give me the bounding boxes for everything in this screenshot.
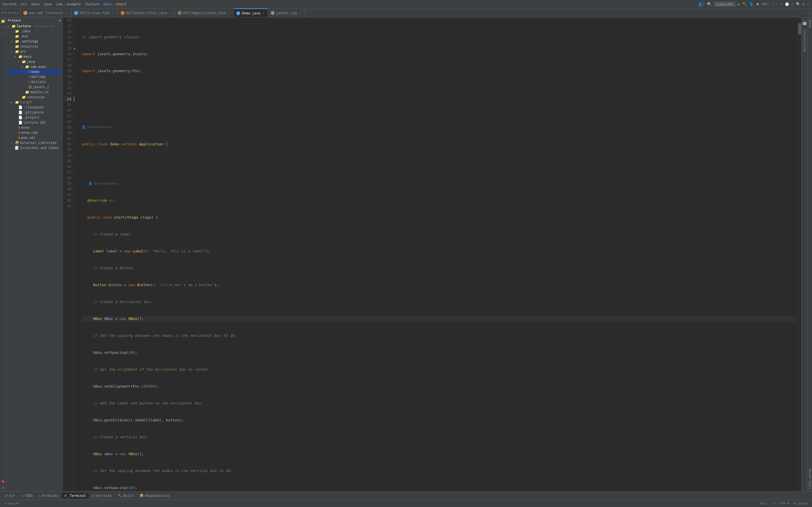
breadcrumb-example[interactable]: example — [66, 2, 81, 6]
mvn-label: .mvn — [20, 34, 28, 38]
status-git-branch[interactable]: ⎇ master — [2, 501, 20, 506]
tree-root[interactable]: ▾ 📁 lecture ~/Desktop/akr — [6, 24, 62, 29]
undo-icon[interactable]: ↩ — [792, 2, 794, 6]
maven-label[interactable]: Maven — [808, 17, 812, 31]
tree-helloa[interactable]: © HelloAp — [6, 74, 62, 79]
tree-javafx-jpg[interactable]: 🖼 javafx.j — [6, 84, 62, 90]
list-icon[interactable]: ≡ — [8, 11, 10, 15]
git-history[interactable]: 🕐 — [785, 2, 789, 6]
code-24[interactable]: HBox hBox = new HBox(); — [82, 316, 796, 322]
plus-icon[interactable]: ⊕ — [5, 11, 7, 15]
tree-resources-top[interactable]: ▸ 📁 resources — [6, 44, 62, 49]
pull-requests-tool-icon[interactable]: ↔ — [1, 31, 6, 36]
tree-settings[interactable]: ▾ 📁 .settings — [6, 39, 62, 44]
breadcrumb-lecture[interactable]: lecture — [2, 2, 17, 6]
bottom-tab-todo[interactable]: ☑ TODO — [18, 493, 36, 499]
tab-javafx-jpg[interactable]: javafx.jpg ✕ — [268, 8, 304, 17]
gutter-15[interactable]: ▶ — [74, 46, 80, 51]
scrollbar-thumb[interactable] — [798, 23, 801, 34]
tree-idea[interactable]: ▸ 📁 .idea — [6, 29, 62, 34]
tab-demo-close[interactable]: ✕ — [262, 11, 265, 15]
tree-iml[interactable]: 📄 lecture.iml — [6, 120, 62, 125]
current-file-dropdown[interactable]: Current File — [714, 2, 735, 7]
tree-project[interactable]: 📄 .project — [6, 115, 62, 120]
bottom-tab-git[interactable]: ⎇ Git — [1, 493, 18, 499]
tab-fxml-close[interactable]: ✕ — [112, 11, 115, 15]
status-indent[interactable]: 4 spaces — [793, 501, 810, 506]
javafx-tools-label[interactable]: JavaFX Tools — [808, 466, 812, 491]
search-icon[interactable]: 🔍 — [707, 2, 712, 6]
structure-tool-icon[interactable]: ≣ — [1, 485, 6, 490]
tab-pom[interactable]: pom.xml (lecture) ✕ — [20, 8, 71, 17]
tab-demo[interactable]: Demo.java ✕ — [234, 8, 268, 17]
tree-ext-libs[interactable]: ▸ 📦 External Libraries — [6, 140, 62, 145]
notifications-label[interactable]: Notifications — [803, 27, 806, 54]
tab-jpg-close[interactable]: ✕ — [299, 11, 301, 15]
tree-classpath[interactable]: 📄 .classpath — [6, 105, 62, 110]
bookmarks-tool-icon[interactable]: 🔖 — [1, 479, 6, 484]
build-icon[interactable]: 🔨 — [742, 2, 747, 6]
status-position[interactable]: 24:1 — [758, 501, 768, 506]
tree-scratches[interactable]: ▸ 📝 Scratches and Conso — [6, 145, 62, 151]
bottom-tab-build[interactable]: 🔨 Build — [115, 493, 136, 499]
tree-pom[interactable]: m pom.xml — [6, 135, 62, 140]
com-example-chevron: ▾ — [21, 65, 24, 68]
tab-hello-app[interactable]: HelloApplication.java ✕ — [175, 8, 234, 17]
settings-icon[interactable]: ⚙ — [803, 2, 805, 6]
profile2-icon[interactable]: 👤 — [749, 2, 754, 6]
tab-app-icon — [177, 11, 182, 15]
tree-main[interactable]: ▾ 📁 main — [6, 54, 62, 59]
status-line-ending[interactable]: LF — [770, 501, 776, 506]
tab-ctrl-close[interactable]: ✕ — [169, 11, 172, 15]
project-tool-icon[interactable]: 📁 — [1, 18, 6, 24]
scrollbar[interactable] — [798, 17, 801, 491]
tree-mvn[interactable]: ▸ 📁 .mvn — [6, 34, 62, 39]
breadcrumb-src[interactable]: src — [21, 2, 27, 6]
code-area[interactable]: 10 11 12 13 14 15 16 17 18 19 20 21 22 2… — [63, 17, 801, 491]
breadcrumb-java[interactable]: java — [44, 2, 52, 6]
tree-resources-src[interactable]: ▸ 📁 resources — [6, 95, 62, 100]
gear-icon[interactable]: ⚙ — [14, 11, 16, 15]
tab-app-close[interactable]: ✕ — [227, 11, 231, 15]
run-button[interactable]: ▶ — [738, 1, 741, 7]
bottom-tab-problems[interactable]: ⚠ Problems — [36, 493, 61, 499]
file-tree-options[interactable]: ⚙ — [59, 18, 61, 22]
breadcrumb-start[interactable]: start — [116, 2, 126, 6]
status-encoding[interactable]: UTF-8 — [779, 501, 790, 506]
more-tabs-icon[interactable]: ⋯ — [808, 11, 810, 15]
tree-module[interactable]: ▸ 📁 module-in — [6, 90, 62, 95]
tree-mvnw-cmd[interactable]: m mvnw.cmd — [6, 130, 62, 135]
tree-helloc[interactable]: © HelloCo — [6, 79, 62, 84]
commit-tool-icon[interactable]: ⬆ — [1, 25, 6, 30]
close-panel-icon[interactable]: ✕ — [17, 11, 18, 15]
collapse-icon[interactable]: ⊖ — [11, 11, 13, 15]
mvn-chevron: ▸ — [11, 35, 14, 38]
tab-hello-ctrl[interactable]: HelloController.java ✕ — [118, 8, 175, 17]
stop-icon[interactable]: ⏹ — [756, 2, 760, 6]
git-push[interactable]: ↑ — [780, 2, 782, 6]
copilot-icon[interactable]: 🤖 — [802, 18, 807, 27]
code-content[interactable]: // import geometry classes import javafx… — [80, 17, 798, 491]
ln-40: 40 — [64, 186, 71, 192]
tree-src[interactable]: ▾ 📁 src — [6, 49, 62, 54]
tree-target[interactable]: ▾ 📁 target — [6, 100, 62, 105]
tree-gitignore[interactable]: 📄 .gitignore — [6, 110, 62, 115]
bottom-tab-dependencies[interactable]: 📦 Dependencies — [137, 493, 172, 499]
breadcrumb-lecture2[interactable]: lecture — [85, 2, 100, 6]
bottom-tab-services[interactable]: ⚙ Services — [89, 493, 114, 499]
tab-hello-view[interactable]: hello-view.fxml ✕ — [71, 8, 118, 17]
profile-icon[interactable]: 👤▾ — [698, 2, 705, 6]
breadcrumb-com[interactable]: com — [56, 2, 62, 6]
problems-tab-label: Problems — [42, 494, 58, 498]
breadcrumb-main[interactable]: main — [31, 2, 40, 6]
tree-com-example[interactable]: ▾ 📁 com.exam — [6, 64, 62, 69]
tree-java[interactable]: ▾ 📁 java — [6, 59, 62, 64]
bottom-tab-terminal[interactable]: >_ Terminal — [62, 493, 89, 499]
tab-pom-close[interactable]: ✕ — [65, 11, 68, 15]
tree-demo-file[interactable]: © Demo — [6, 69, 62, 74]
ln-25: 25 — [64, 102, 71, 108]
grid-icon[interactable]: ⊞ — [2, 11, 4, 15]
tree-mvnw[interactable]: m mvnw — [6, 125, 62, 130]
search-global-icon[interactable]: 🔍 — [796, 2, 801, 6]
breadcrumb-demo[interactable]: Demo — [104, 2, 112, 6]
